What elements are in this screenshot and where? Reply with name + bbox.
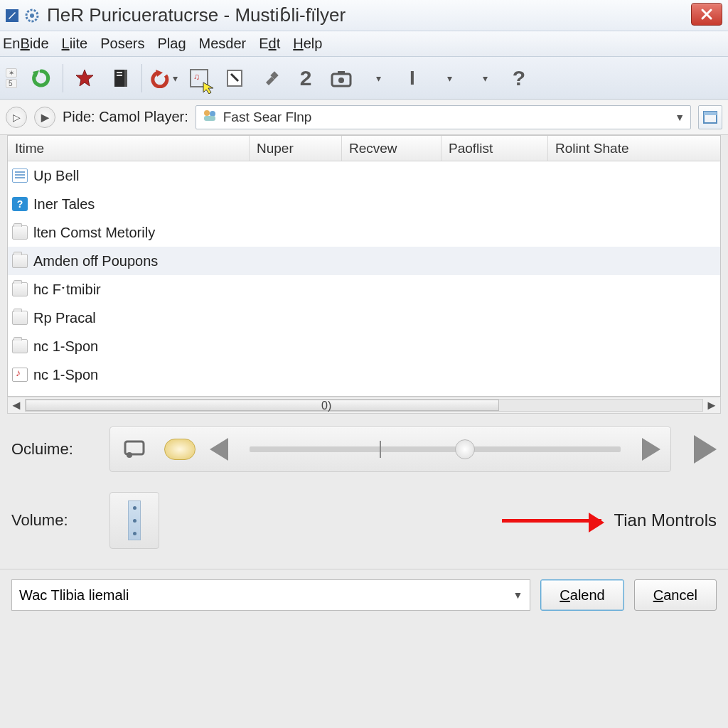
seek-start-icon[interactable]: [210, 438, 228, 461]
volume-button[interactable]: [109, 492, 159, 549]
volume-label: Volume:: [11, 511, 97, 530]
titlebar: ΠeR Puricueratucrse - Mustiɓli-fïlyer: [0, 0, 728, 31]
toolbar-dropdown-1[interactable]: [363, 64, 391, 92]
annotation-arrow-icon: [502, 519, 601, 523]
toolbar-media-icon[interactable]: ♫: [185, 64, 213, 92]
music-file-icon: [12, 368, 28, 382]
toolbar-refresh-icon[interactable]: [27, 64, 55, 92]
table-row[interactable]: nc 1-Spon: [8, 360, 720, 389]
menu-edt[interactable]: Edt: [259, 36, 280, 52]
quick-tag-5[interactable]: 5: [6, 79, 17, 88]
col-recvew[interactable]: Recvew: [342, 136, 441, 161]
search-dropdown-icon[interactable]: ▼: [675, 112, 685, 123]
nav-back-button[interactable]: ▷: [6, 107, 27, 128]
folder-icon: [12, 282, 28, 296]
toolbar-two-icon[interactable]: 2: [291, 64, 320, 92]
document-icon: [12, 168, 28, 183]
close-button[interactable]: [691, 3, 722, 26]
menu-enbide[interactable]: EnBide: [3, 36, 49, 52]
row-label: nc 1-Spon: [33, 338, 98, 355]
toolbar-undo-icon[interactable]: [149, 64, 178, 92]
address-row: ▷ ▶ Pide: Camol Player: ▼: [0, 100, 728, 135]
toolbar-star-icon[interactable]: [70, 64, 99, 92]
scroll-left-icon[interactable]: ◄: [8, 398, 25, 413]
toolbar-note-icon[interactable]: [220, 64, 249, 92]
svg-marker-4: [76, 70, 93, 86]
table-body: Up Bell ? Iner Tales lten Comst Metorily…: [8, 161, 720, 396]
col-itime[interactable]: Itime: [8, 136, 250, 161]
menu-liite[interactable]: Liite: [62, 36, 88, 52]
annotation-text: Tian Montrols: [614, 510, 717, 530]
scroll-track[interactable]: 0): [25, 399, 703, 412]
address-label: Pide: Camol Player:: [63, 109, 188, 125]
table-row[interactable]: hc Fˑtmibir: [8, 275, 720, 304]
progress-slider[interactable]: [250, 446, 621, 452]
folder-icon: [12, 254, 28, 268]
chevron-down-icon[interactable]: ▼: [513, 589, 523, 601]
svg-text:♫: ♫: [193, 72, 200, 82]
player-controls: [109, 427, 671, 472]
table-row[interactable]: Amden off Poupons: [8, 247, 720, 275]
menu-plag[interactable]: Plag: [157, 36, 186, 52]
svg-rect-7: [117, 72, 122, 73]
folder-icon: [12, 339, 28, 353]
menu-mesder[interactable]: Mesder: [199, 36, 247, 52]
row-label: Up Bell: [33, 168, 79, 184]
panel-toggle-button[interactable]: [698, 105, 722, 129]
row-label: nc 1-Spon: [33, 367, 98, 383]
titlebar-icons: [4, 8, 40, 23]
table-row[interactable]: nc 1-Spon: [8, 332, 720, 360]
progress-knob[interactable]: [455, 439, 475, 459]
toolbar-dropdown-3[interactable]: [469, 64, 498, 92]
search-box[interactable]: ▼: [196, 105, 691, 129]
toolbar: ✶ 5 ♫ 2 I ?: [0, 57, 728, 100]
svg-point-2: [30, 14, 34, 18]
app-icon-edit: [4, 8, 20, 23]
col-nuper[interactable]: Nuper: [250, 136, 342, 161]
table-row[interactable]: lten Comst Metorily: [8, 218, 720, 247]
svg-rect-20: [204, 116, 215, 121]
scroll-thumb[interactable]: [26, 400, 499, 411]
toolbar-pin-icon[interactable]: [256, 64, 284, 92]
horizontal-scrollbar[interactable]: ◄ 0) ►: [7, 397, 721, 414]
scroll-label: 0): [321, 400, 407, 412]
menu-help[interactable]: Help: [293, 36, 322, 52]
menu-posers[interactable]: Posers: [100, 36, 144, 52]
toolbar-bar-icon[interactable]: I: [398, 64, 427, 92]
toolbar-camera-icon[interactable]: [327, 64, 355, 92]
toolbar-separator: [141, 64, 142, 92]
search-input[interactable]: [223, 109, 669, 125]
row-label: hc Fˑtmibir: [33, 281, 101, 298]
calend-button[interactable]: Calend: [540, 579, 623, 611]
table-row[interactable]: Rp Pracal: [8, 304, 720, 332]
seek-end-icon[interactable]: [642, 438, 660, 461]
svg-rect-23: [125, 441, 144, 454]
ocluime-label: Ocluime:: [11, 440, 97, 459]
table-row[interactable]: Up Bell: [8, 161, 720, 190]
scroll-right-icon[interactable]: ►: [703, 398, 720, 413]
toolbar-dropdown-2[interactable]: [434, 64, 462, 92]
col-rolint-shate[interactable]: Rolint Shate: [548, 136, 720, 161]
screen-icon[interactable]: [120, 434, 150, 464]
play-button-icon[interactable]: [694, 435, 717, 464]
table-row[interactable]: ? Iner Tales: [8, 190, 720, 218]
toolbar-separator: [63, 64, 63, 92]
progress-tick: [380, 441, 381, 458]
toolbar-help-icon[interactable]: ?: [505, 64, 533, 92]
bottom-row: Wac Tlibia liemali ▼ Calend Cancel: [0, 569, 728, 621]
bottom-combo[interactable]: Wac Tlibia liemali ▼: [11, 579, 530, 611]
app-icon-gear: [24, 8, 40, 23]
quick-tag-x[interactable]: ✶: [6, 68, 17, 77]
toolbar-book-icon[interactable]: [106, 64, 134, 92]
svg-marker-12: [203, 82, 213, 94]
svg-rect-8: [117, 75, 122, 76]
row-label: lten Comst Metorily: [33, 225, 155, 241]
svg-point-17: [338, 77, 344, 83]
table-header: Itime Nuper Recvew Paoflist Rolint Shate: [8, 136, 720, 161]
col-paoflist[interactable]: Paoflist: [441, 136, 548, 161]
svg-rect-22: [704, 112, 717, 115]
nav-forward-button[interactable]: ▶: [34, 107, 55, 128]
cancel-button[interactable]: Cancel: [634, 579, 717, 611]
combo-value: Wac Tlibia liemali: [19, 587, 129, 604]
gold-button[interactable]: [164, 439, 196, 460]
